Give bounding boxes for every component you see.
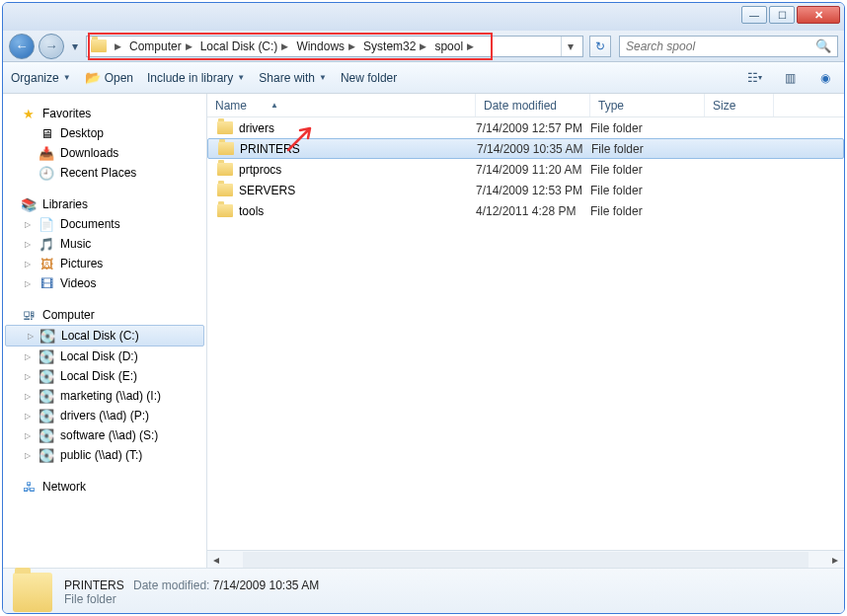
breadcrumb-computer[interactable]: Computer▶ xyxy=(125,39,196,53)
address-dropdown[interactable]: ▾ xyxy=(561,37,578,56)
file-row[interactable]: drivers7/14/2009 12:57 PMFile folder xyxy=(207,117,844,138)
file-name: SERVERS xyxy=(239,184,295,197)
address-bar[interactable]: ▶ Computer▶ Local Disk (C:)▶ Windows▶ Sy… xyxy=(86,36,583,57)
col-date[interactable]: Date modified xyxy=(476,94,590,116)
refresh-button[interactable]: ↻ xyxy=(589,36,611,57)
close-button[interactable]: ✕ xyxy=(797,6,840,24)
sidebar-computer[interactable]: 🖳Computer xyxy=(3,305,206,325)
open-button[interactable]: 📂Open xyxy=(85,70,133,86)
sidebar-item-pictures[interactable]: 🖼Pictures xyxy=(3,254,206,273)
file-name: drivers xyxy=(239,121,274,135)
breadcrumb-windows[interactable]: Windows▶ xyxy=(292,39,359,53)
sidebar-favorites[interactable]: ★Favorites xyxy=(3,104,206,123)
sidebar-item-recent[interactable]: 🕘Recent Places xyxy=(3,163,206,183)
preview-pane-button[interactable]: ▥ xyxy=(779,68,801,88)
breadcrumb-spool[interactable]: spool▶ xyxy=(430,39,478,53)
col-name[interactable]: Name▲ xyxy=(207,94,476,116)
network-drive-icon: 💽 xyxy=(38,408,54,424)
downloads-icon: 📥 xyxy=(38,145,54,161)
recent-icon: 🕘 xyxy=(38,165,54,181)
help-button[interactable]: ◉ xyxy=(814,68,836,88)
details-name: PRINTERS xyxy=(64,578,124,592)
sidebar-item-net-marketing[interactable]: 💽marketing (\\ad) (I:) xyxy=(3,386,206,406)
sidebar-item-net-software[interactable]: 💽software (\\ad) (S:) xyxy=(3,425,206,445)
view-options-button[interactable]: ☷▾ xyxy=(743,68,765,88)
include-library-menu[interactable]: Include in library▼ xyxy=(147,71,245,85)
forward-button[interactable]: → xyxy=(38,34,64,59)
pictures-icon: 🖼 xyxy=(38,256,54,271)
disk-icon: 💽 xyxy=(38,348,54,364)
folder-icon xyxy=(91,38,107,54)
col-type[interactable]: Type xyxy=(590,94,705,116)
file-type: File folder xyxy=(590,204,705,218)
col-size[interactable]: Size xyxy=(705,94,774,116)
back-button[interactable]: ← xyxy=(9,34,35,59)
file-date: 4/12/2011 4:28 PM xyxy=(476,204,590,218)
sidebar-libraries[interactable]: 📚Libraries xyxy=(3,194,206,214)
videos-icon: 🎞 xyxy=(38,275,54,291)
details-folder-icon xyxy=(13,573,52,612)
sort-asc-icon: ▲ xyxy=(270,101,278,110)
navigation-pane: ★Favorites 🖥Desktop 📥Downloads 🕘Recent P… xyxy=(3,94,207,568)
organize-menu[interactable]: Organize▼ xyxy=(11,71,71,85)
breadcrumb-local-disk-c[interactable]: Local Disk (C:)▶ xyxy=(196,39,293,53)
search-input[interactable] xyxy=(626,39,815,53)
folder-icon xyxy=(217,163,233,176)
folder-icon xyxy=(217,121,233,134)
folder-icon xyxy=(218,142,234,155)
sidebar-item-net-drivers[interactable]: 💽drivers (\\ad) (P:) xyxy=(3,406,206,425)
details-date-label: Date modified: xyxy=(133,578,209,592)
file-row[interactable]: PRINTERS7/14/2009 10:35 AMFile folder xyxy=(207,138,844,159)
main-area: ★Favorites 🖥Desktop 📥Downloads 🕘Recent P… xyxy=(3,94,844,568)
open-icon: 📂 xyxy=(85,70,101,86)
sidebar-item-disk-c[interactable]: 💽Local Disk (C:) xyxy=(5,325,204,346)
titlebar: — ☐ ✕ xyxy=(3,3,844,31)
sidebar-item-music[interactable]: 🎵Music xyxy=(3,234,206,254)
sidebar-network[interactable]: 🖧Network xyxy=(3,477,206,497)
file-date: 7/14/2009 11:20 AM xyxy=(476,163,590,177)
desktop-icon: 🖥 xyxy=(38,125,54,141)
libraries-icon: 📚 xyxy=(21,196,37,212)
file-type: File folder xyxy=(590,121,705,135)
maximize-button[interactable]: ☐ xyxy=(769,6,795,24)
network-drive-icon: 💽 xyxy=(38,427,54,443)
sidebar-item-disk-e[interactable]: 💽Local Disk (E:) xyxy=(3,366,206,386)
search-icon: 🔍 xyxy=(815,38,831,53)
star-icon: ★ xyxy=(21,106,37,121)
file-date: 7/14/2009 12:53 PM xyxy=(476,184,590,197)
breadcrumb-system32[interactable]: System32▶ xyxy=(359,39,430,53)
scroll-right-icon[interactable]: ▸ xyxy=(826,553,844,567)
file-type: File folder xyxy=(591,142,706,156)
sidebar-item-desktop[interactable]: 🖥Desktop xyxy=(3,123,206,143)
disk-icon: 💽 xyxy=(39,328,55,344)
details-type: File folder xyxy=(64,592,319,606)
navigation-row: ← → ▾ ▶ Computer▶ Local Disk (C:)▶ Windo… xyxy=(3,31,844,62)
history-dropdown[interactable]: ▾ xyxy=(68,37,82,56)
network-drive-icon: 💽 xyxy=(38,447,54,463)
sidebar-item-disk-d[interactable]: 💽Local Disk (D:) xyxy=(3,346,206,366)
file-type: File folder xyxy=(590,163,705,177)
scroll-track[interactable] xyxy=(243,552,808,568)
file-name: PRINTERS xyxy=(240,142,300,156)
minimize-button[interactable]: — xyxy=(741,6,767,24)
disk-icon: 💽 xyxy=(38,368,54,384)
sidebar-item-videos[interactable]: 🎞Videos xyxy=(3,273,206,293)
documents-icon: 📄 xyxy=(38,216,54,232)
explorer-window: — ☐ ✕ ← → ▾ ▶ Computer▶ Local Disk (C:)▶… xyxy=(2,2,845,614)
share-with-menu[interactable]: Share with▼ xyxy=(259,71,327,85)
file-date: 7/14/2009 10:35 AM xyxy=(477,142,591,156)
search-box[interactable]: 🔍 xyxy=(619,36,838,57)
folder-icon xyxy=(217,204,233,217)
file-row[interactable]: tools4/12/2011 4:28 PMFile folder xyxy=(207,200,844,221)
sidebar-item-net-public[interactable]: 💽public (\\ad) (T:) xyxy=(3,445,206,465)
file-name: prtprocs xyxy=(239,163,281,177)
sidebar-item-documents[interactable]: 📄Documents xyxy=(3,214,206,234)
horizontal-scrollbar[interactable]: ◂ ▸ xyxy=(207,550,844,568)
scroll-left-icon[interactable]: ◂ xyxy=(207,553,225,567)
sidebar-item-downloads[interactable]: 📥Downloads xyxy=(3,143,206,163)
file-row[interactable]: prtprocs7/14/2009 11:20 AMFile folder xyxy=(207,159,844,180)
music-icon: 🎵 xyxy=(38,236,54,252)
file-row[interactable]: SERVERS7/14/2009 12:53 PMFile folder xyxy=(207,180,844,200)
breadcrumb-root-arrow[interactable]: ▶ xyxy=(107,41,125,51)
new-folder-button[interactable]: New folder xyxy=(341,71,397,85)
